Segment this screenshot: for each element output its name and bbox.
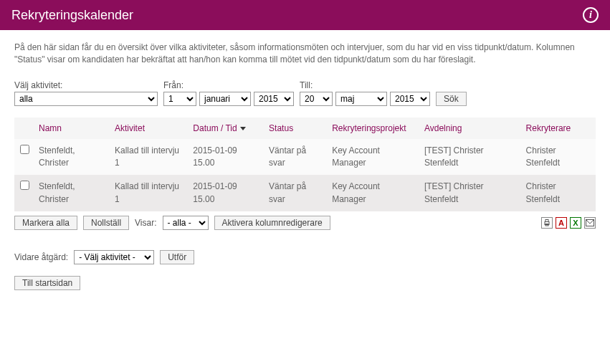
table-row: Stenfeldt, ChristerKallad till intervju …	[14, 139, 596, 176]
cell-department: [TEST] Christer Stenfeldt	[420, 175, 522, 211]
from-day-select[interactable]: 1	[163, 92, 196, 106]
cell-name: Stenfeldt, Christer	[34, 175, 110, 211]
cell-status: Väntar på svar	[265, 175, 328, 211]
col-department[interactable]: Avdelning	[420, 118, 522, 139]
to-month-select[interactable]: maj	[335, 92, 387, 106]
cell-recruiter: Christer Stenfeldt	[522, 139, 596, 176]
to-label: Till:	[300, 80, 430, 90]
further-action-label: Vidare åtgärd:	[14, 252, 68, 262]
email-icon[interactable]	[584, 217, 596, 229]
activity-label: Välj aktivitet:	[14, 80, 158, 90]
col-datetime[interactable]: Datum / Tid	[189, 118, 265, 139]
activity-select[interactable]: alla	[14, 92, 158, 106]
showing-select[interactable]: - alla -	[163, 216, 209, 230]
cell-name: Stenfeldt, Christer	[34, 139, 110, 176]
table-header-row: Namn Aktivitet Datum / Tid Status Rekryt…	[14, 118, 596, 139]
showing-label: Visar:	[135, 218, 156, 228]
from-month-select[interactable]: januari	[199, 92, 251, 106]
cell-project: Key Account Manager	[328, 139, 420, 176]
pdf-icon[interactable]: A	[556, 217, 567, 229]
cell-activity: Kallad till intervju 1	[110, 139, 189, 176]
cell-department: [TEST] Christer Stenfeldt	[420, 139, 522, 176]
excel-icon[interactable]: X	[570, 217, 581, 229]
intro-text: På den här sidan får du en översikt över…	[14, 42, 596, 66]
mark-all-button[interactable]: Markera alla	[14, 216, 77, 230]
row-checkbox[interactable]	[20, 145, 29, 154]
calendar-table: Namn Aktivitet Datum / Tid Status Rekryt…	[14, 118, 596, 212]
reset-button[interactable]: Nollställ	[83, 216, 129, 230]
column-editor-button[interactable]: Aktivera kolumnredigerare	[214, 216, 330, 230]
cell-recruiter: Christer Stenfeldt	[522, 175, 596, 211]
col-project[interactable]: Rekryteringsprojekt	[328, 118, 420, 139]
to-day-select[interactable]: 20	[300, 92, 333, 106]
to-year-select[interactable]: 2015	[390, 92, 430, 106]
filter-bar: Välj aktivitet: alla Från: 1 januari 201…	[14, 80, 596, 106]
col-name[interactable]: Namn	[34, 118, 110, 139]
cell-datetime: 2015-01-09 15.00	[189, 139, 265, 176]
col-recruiter[interactable]: Rekryterare	[522, 118, 596, 139]
svg-rect-1	[545, 220, 548, 222]
from-year-select[interactable]: 2015	[254, 92, 294, 106]
cell-activity: Kallad till intervju 1	[110, 175, 189, 211]
further-action-select[interactable]: - Välj aktivitet -	[74, 250, 154, 264]
info-icon[interactable]: i	[583, 7, 599, 23]
from-label: Från:	[163, 80, 294, 90]
cell-project: Key Account Manager	[328, 175, 420, 211]
table-row: Stenfeldt, ChristerKallad till intervju …	[14, 175, 596, 211]
sort-desc-icon	[240, 127, 246, 130]
cell-datetime: 2015-01-09 15.00	[189, 175, 265, 211]
page-header: Rekryteringskalender i	[0, 0, 610, 30]
execute-button[interactable]: Utför	[160, 250, 194, 264]
print-icon[interactable]	[541, 217, 553, 229]
search-button[interactable]: Sök	[436, 92, 467, 106]
row-checkbox[interactable]	[20, 181, 29, 190]
col-status[interactable]: Status	[265, 118, 328, 139]
page-title: Rekryteringskalender	[11, 8, 133, 23]
back-to-start-button[interactable]: Till startsidan	[14, 276, 80, 290]
cell-status: Väntar på svar	[265, 139, 328, 176]
col-activity[interactable]: Aktivitet	[110, 118, 189, 139]
